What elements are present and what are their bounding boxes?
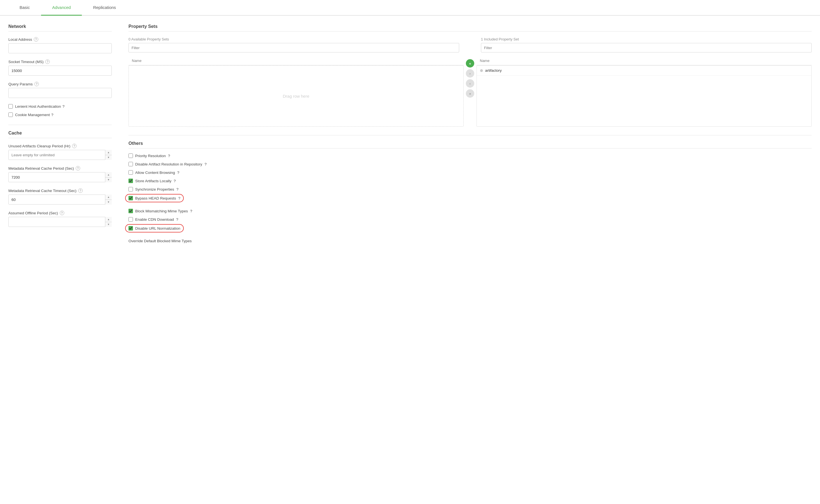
all-right-arrow-btn[interactable]: « xyxy=(466,59,474,68)
drag-row-here-text: Drag row here xyxy=(283,94,309,99)
metadata-period-input[interactable] xyxy=(8,172,112,182)
block-mismatching-mime-types-checkbox[interactable] xyxy=(128,209,133,213)
disable-artifact-resolution-checkbox[interactable] xyxy=(128,162,133,166)
disable-url-normalization-label: Disable URL Normalization xyxy=(135,226,180,231)
local-address-help-icon[interactable]: ? xyxy=(34,37,38,42)
override-default-blocked-mime-types-label: Override Default Blocked Mime Types xyxy=(128,239,191,243)
included-ps-filter[interactable] xyxy=(481,43,812,52)
query-params-label: Query Params ? xyxy=(8,82,112,86)
metadata-timeout-help-icon[interactable]: ? xyxy=(78,188,83,193)
item-name: artifactory xyxy=(485,68,502,73)
assumed-offline-down-btn[interactable]: ▼ xyxy=(105,222,112,227)
override-default-blocked-mime-types-row: Override Default Blocked Mime Types xyxy=(128,239,812,243)
available-ps-filter[interactable] xyxy=(128,43,459,52)
included-ps-label: 1 Included Property Set xyxy=(481,37,812,41)
synchronize-properties-help-icon[interactable]: ? xyxy=(176,187,179,191)
synchronize-properties-row: Synchronize Properties ? xyxy=(128,187,812,191)
enable-cdn-download-help-icon[interactable]: ? xyxy=(176,217,178,222)
metadata-timeout-up-btn[interactable]: ▲ xyxy=(105,195,112,200)
available-ps-drag-box[interactable]: Drag row here xyxy=(128,65,464,127)
list-item[interactable]: artifactory xyxy=(477,66,811,76)
disable-url-normalization-checkbox[interactable] xyxy=(128,226,133,231)
metadata-timeout-field: Metadata Retrieval Cache Timeout (Sec) ?… xyxy=(8,188,112,205)
assumed-offline-field: Assumed Offline Period (Sec) ? ▲ ▼ xyxy=(8,211,112,227)
enable-cdn-download-checkbox[interactable] xyxy=(128,217,133,222)
disable-artifact-resolution-help-icon[interactable]: ? xyxy=(204,162,207,166)
cache-title: Cache xyxy=(8,131,112,138)
metadata-timeout-down-btn[interactable]: ▼ xyxy=(105,200,112,205)
one-left-arrow-btn[interactable]: ‹ xyxy=(466,79,474,88)
local-address-input[interactable] xyxy=(8,43,112,53)
left-column: Network Local Address ? Socket Timeout (… xyxy=(8,24,112,247)
one-right-arrow-btn[interactable]: › xyxy=(466,69,474,78)
metadata-timeout-input[interactable] xyxy=(8,195,112,205)
cache-section: Cache Unused Artifacts Cleanup Period (H… xyxy=(8,131,112,227)
synchronize-properties-label: Synchronize Properties xyxy=(135,187,174,191)
tab-replications[interactable]: Replications xyxy=(82,0,127,16)
allow-content-browsing-help-icon[interactable]: ? xyxy=(177,171,179,175)
others-section: Others Priority Resolution ? Disable Art… xyxy=(128,141,812,243)
socket-timeout-label: Socket Timeout (MS) ? xyxy=(8,59,112,64)
query-params-field: Query Params ? xyxy=(8,82,112,98)
property-sets-section: Property Sets 0 Available Property Sets … xyxy=(128,24,812,127)
store-artifacts-locally-label: Store Artifacts Locally xyxy=(135,179,171,183)
assumed-offline-input[interactable] xyxy=(8,217,112,227)
block-mismatching-mime-types-label: Block Mismatching Mime Types xyxy=(135,209,188,213)
query-params-input[interactable] xyxy=(8,88,112,98)
bypass-head-requests-label: Bypass HEAD Requests xyxy=(135,196,176,200)
metadata-period-help-icon[interactable]: ? xyxy=(76,166,80,171)
disable-artifact-resolution-label: Disable Artifact Resolution in Repositor… xyxy=(135,162,202,166)
cookie-management-help-icon[interactable]: ? xyxy=(51,113,54,117)
network-cache-divider xyxy=(8,125,112,125)
unused-artifacts-down-btn[interactable]: ▼ xyxy=(105,155,112,160)
included-ps-box-wrapper: Name artifactory xyxy=(476,56,812,127)
bypass-head-requests-checkbox[interactable] xyxy=(128,196,133,200)
block-mismatching-mime-types-help-icon[interactable]: ? xyxy=(190,209,192,213)
tab-advanced[interactable]: Advanced xyxy=(41,0,82,16)
allow-content-browsing-checkbox[interactable] xyxy=(128,170,133,175)
disable-url-normalization-row: Disable URL Normalization xyxy=(128,225,180,231)
item-dot-icon xyxy=(480,69,483,72)
assumed-offline-help-icon[interactable]: ? xyxy=(60,211,64,215)
main-content: Network Local Address ? Socket Timeout (… xyxy=(0,16,820,255)
lenient-host-checkbox[interactable] xyxy=(8,104,13,109)
others-title: Others xyxy=(128,141,812,148)
store-artifacts-locally-checkbox[interactable] xyxy=(128,179,133,183)
property-sets-title: Property Sets xyxy=(128,24,812,32)
priority-resolution-help-icon[interactable]: ? xyxy=(168,154,170,158)
network-section: Network Local Address ? Socket Timeout (… xyxy=(8,24,112,117)
metadata-timeout-spinner: ▲ ▼ xyxy=(8,195,112,205)
unused-artifacts-help-icon[interactable]: ? xyxy=(72,144,76,148)
unused-artifacts-input[interactable] xyxy=(8,150,112,160)
socket-timeout-input[interactable] xyxy=(8,66,112,76)
priority-resolution-checkbox[interactable] xyxy=(128,153,133,158)
unused-artifacts-up-btn[interactable]: ▲ xyxy=(105,150,112,155)
priority-resolution-label: Priority Resolution xyxy=(135,154,166,158)
allow-content-browsing-label: Allow Content Browsing xyxy=(135,171,175,175)
store-artifacts-locally-help-icon[interactable]: ? xyxy=(174,179,176,183)
right-column: Property Sets 0 Available Property Sets … xyxy=(128,24,812,247)
available-ps-column: 0 Available Property Sets xyxy=(128,37,459,52)
enable-cdn-download-row: Enable CDN Download ? xyxy=(128,217,812,222)
property-sets-header: 0 Available Property Sets 1 Included Pro… xyxy=(128,37,812,52)
metadata-period-down-btn[interactable]: ▼ xyxy=(105,177,112,183)
synchronize-properties-checkbox[interactable] xyxy=(128,187,133,191)
socket-timeout-help-icon[interactable]: ? xyxy=(45,59,50,64)
bypass-head-requests-help-icon[interactable]: ? xyxy=(178,196,180,200)
local-address-label: Local Address ? xyxy=(8,37,112,42)
priority-resolution-row: Priority Resolution ? xyxy=(128,153,812,158)
included-name-header: Name xyxy=(476,56,812,65)
query-params-help-icon[interactable]: ? xyxy=(34,82,39,86)
allow-content-browsing-row: Allow Content Browsing ? xyxy=(128,170,812,175)
metadata-period-spinner-buttons: ▲ ▼ xyxy=(105,172,112,182)
metadata-period-up-btn[interactable]: ▲ xyxy=(105,172,112,177)
available-name-header: Name xyxy=(128,56,464,65)
all-left-arrow-btn[interactable]: » xyxy=(466,89,474,98)
assumed-offline-up-btn[interactable]: ▲ xyxy=(105,217,112,222)
lenient-host-row: Lenient Host Authentication ? xyxy=(8,104,112,109)
lenient-host-help-icon[interactable]: ? xyxy=(62,104,64,109)
cookie-management-checkbox[interactable] xyxy=(8,112,13,117)
socket-timeout-field: Socket Timeout (MS) ? xyxy=(8,59,112,76)
tab-basic[interactable]: Basic xyxy=(8,0,41,16)
ps-arrow-buttons: « › ‹ » xyxy=(466,56,474,98)
